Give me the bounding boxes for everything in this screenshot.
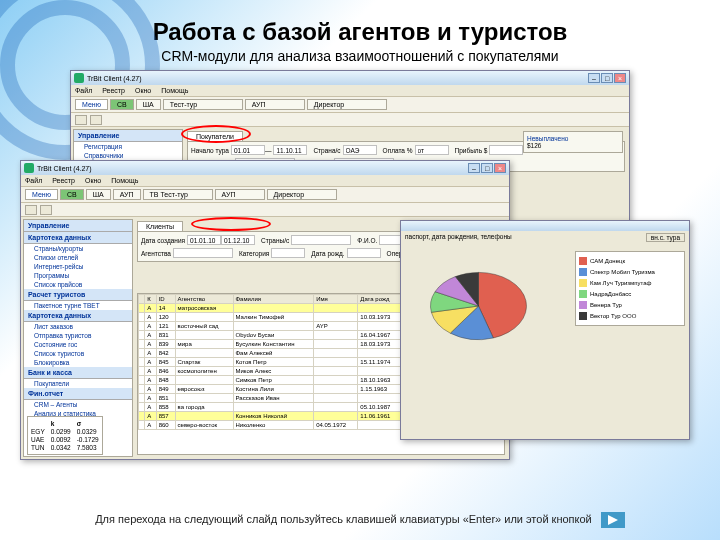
group-header[interactable]: Картотека данных [24, 310, 132, 322]
cell: Бусулкин Константин [233, 340, 314, 349]
tab-clients[interactable]: Клиенты [137, 221, 183, 231]
seg-aup[interactable]: АУП [245, 99, 305, 110]
menu-registry[interactable]: Реестр [52, 177, 75, 184]
menubar[interactable]: Файл Реестр Окно Помощь [71, 85, 629, 97]
menubar[interactable]: Файл Реестр Окно Помощь [21, 175, 509, 187]
cell: 05.10.1987 [358, 403, 402, 412]
nav-item[interactable]: Блокировка [24, 358, 132, 367]
group-header[interactable]: Фин.отчет [24, 388, 132, 400]
nav-item[interactable]: Списки отелей [24, 253, 132, 262]
info-box: Невыплачено $126 [523, 131, 623, 153]
date-from-input[interactable] [187, 235, 221, 245]
chart-button[interactable]: вн.с. тура [646, 233, 685, 242]
filter-label: Дата рожд. [311, 250, 344, 257]
minimize-button[interactable]: – [468, 163, 480, 173]
nav-item[interactable]: Программы [24, 271, 132, 280]
cell: 848 [156, 376, 175, 385]
infobox-value: $126 [527, 142, 619, 149]
nav-item[interactable]: Список туристов [24, 349, 132, 358]
agency-input[interactable] [173, 248, 233, 258]
seg-sha[interactable]: ША [136, 99, 161, 110]
column-header[interactable]: Дата рожд [358, 295, 402, 304]
menu-window[interactable]: Окно [85, 177, 101, 184]
seg-testtour[interactable]: Тест-тур [163, 99, 243, 110]
column-header[interactable]: Фамилия [233, 295, 314, 304]
nav-item[interactable]: Лист заказов [24, 322, 132, 331]
cell [175, 394, 233, 403]
cell [175, 313, 233, 322]
nav-item[interactable]: Справочники [74, 151, 182, 160]
toolbar-icon[interactable] [90, 115, 102, 125]
column-header[interactable]: Имя [314, 295, 358, 304]
seg-cb[interactable]: СВ [110, 99, 134, 110]
country-input[interactable] [291, 235, 351, 245]
menu-help[interactable]: Помощь [161, 87, 188, 94]
column-header[interactable]: К [145, 295, 156, 304]
menu-button[interactable]: Меню [75, 99, 108, 110]
seg-cb[interactable]: СВ [60, 189, 84, 200]
cell [358, 322, 402, 331]
seg-director[interactable]: Директор [267, 189, 337, 200]
seg-tt[interactable]: ТВ Тест-тур [143, 189, 213, 200]
toolbar-icon[interactable] [75, 115, 87, 125]
column-header[interactable]: Агентство [175, 295, 233, 304]
cell: 831 [156, 331, 175, 340]
group-header[interactable]: Картотека данных [24, 232, 132, 244]
column-header[interactable]: ID [156, 295, 175, 304]
nav-item[interactable]: Список прайсов [24, 280, 132, 289]
close-button[interactable]: × [614, 73, 626, 83]
pay-input[interactable] [415, 145, 449, 155]
titlebar[interactable]: TrBit Client (4.27) – □ × [71, 71, 629, 85]
cell [358, 394, 402, 403]
close-button[interactable]: × [494, 163, 506, 173]
group-header[interactable]: Расчет туристов [24, 289, 132, 301]
birthdate-input[interactable] [347, 248, 381, 258]
date-to-input[interactable] [221, 235, 255, 245]
seg-aup2[interactable]: АУП [215, 189, 265, 200]
chart-tab[interactable]: паспорт, дата рождения, телефоны [405, 233, 512, 242]
maximize-button[interactable]: □ [601, 73, 613, 83]
maximize-button[interactable]: □ [481, 163, 493, 173]
cell [314, 304, 358, 313]
cell [358, 304, 402, 313]
menu-file[interactable]: Файл [75, 87, 92, 94]
group-header[interactable]: Управление [74, 130, 182, 142]
titlebar[interactable] [401, 221, 689, 231]
cell: 1.15.1963 [358, 385, 402, 394]
cell: космополитен [175, 367, 233, 376]
cell: Obydov Бусаи [233, 331, 314, 340]
menu-window[interactable]: Окно [135, 87, 151, 94]
country-input[interactable] [343, 145, 377, 155]
nav-item[interactable]: Интернет-рейсы [24, 262, 132, 271]
cell [314, 376, 358, 385]
toolbar-icon[interactable] [40, 205, 52, 215]
profit-input[interactable] [489, 145, 523, 155]
date-to-input[interactable] [273, 145, 307, 155]
seg-sha[interactable]: ША [86, 189, 111, 200]
nav-item[interactable]: CRM – Агенты [24, 400, 132, 409]
nav-item[interactable]: Страны/курорты [24, 244, 132, 253]
cell: 18.10.1963 [358, 376, 402, 385]
minimize-button[interactable]: – [588, 73, 600, 83]
seg-director[interactable]: Директор [307, 99, 387, 110]
date-from-input[interactable] [231, 145, 265, 155]
nav-item[interactable]: Регистрация [74, 142, 182, 151]
group-header[interactable]: Управление [24, 220, 132, 232]
nav-item[interactable]: Покупатели [24, 379, 132, 388]
titlebar[interactable]: TrBit Client (4.27) – □ × [21, 161, 509, 175]
menu-registry[interactable]: Реестр [102, 87, 125, 94]
seg-aup[interactable]: АУП [113, 189, 141, 200]
category-input[interactable] [271, 248, 305, 258]
cell: A [145, 304, 156, 313]
next-slide-button[interactable] [601, 512, 625, 528]
menu-help[interactable]: Помощь [111, 177, 138, 184]
nav-item[interactable]: Пакетное турне ТВЕТ [24, 301, 132, 310]
app-icon [74, 73, 84, 83]
nav-item[interactable]: Состояние гос [24, 340, 132, 349]
menu-file[interactable]: Файл [25, 177, 42, 184]
toolbar-icon[interactable] [25, 205, 37, 215]
nav-item[interactable]: Отправка туристов [24, 331, 132, 340]
group-header[interactable]: Банк и касса [24, 367, 132, 379]
cell: восточный сад [175, 322, 233, 331]
menu-button[interactable]: Меню [25, 189, 58, 200]
